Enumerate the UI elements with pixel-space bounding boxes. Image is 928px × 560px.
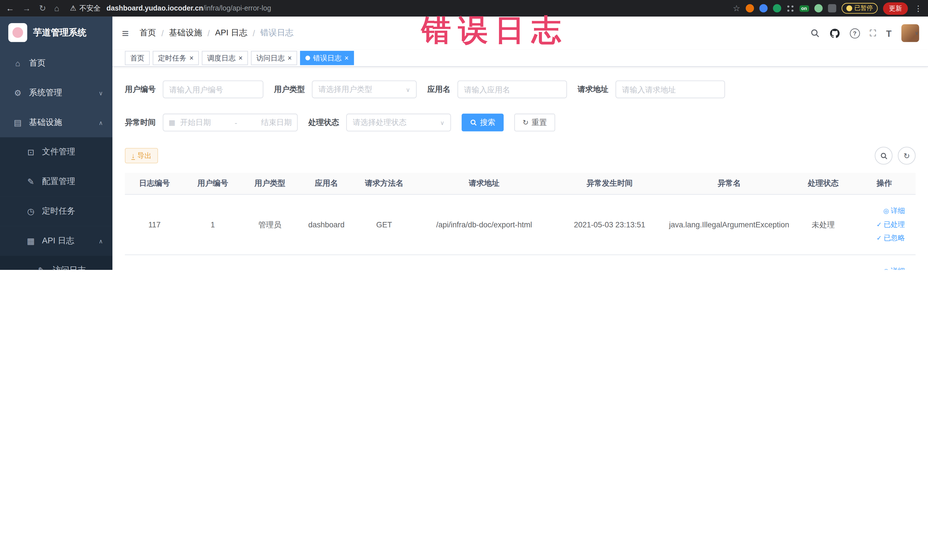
- log-icon: ▦: [25, 236, 37, 246]
- chevron-down-icon: ∨: [914, 30, 919, 36]
- navbar-actions: ? ⛶ T ∨: [810, 24, 919, 42]
- app-logo-row[interactable]: 芋道管理系统: [0, 17, 112, 49]
- filter-request-url: 请求地址: [578, 81, 725, 98]
- search-icon[interactable]: [810, 29, 820, 38]
- process-status-select[interactable]: 请选择处理状态 ∨: [346, 113, 451, 131]
- font-size-icon[interactable]: T: [886, 28, 891, 38]
- cell-user_id: 1: [184, 195, 241, 255]
- sidebar-item-system[interactable]: ⚙系统管理∨: [0, 78, 112, 108]
- fullscreen-icon[interactable]: ⛶: [870, 28, 876, 38]
- tab-label: 错误日志: [313, 53, 342, 63]
- app-name-input[interactable]: [458, 81, 567, 98]
- gear-icon: ⚙: [12, 88, 23, 98]
- breadcrumb-infra[interactable]: 基础设施: [169, 28, 202, 38]
- browser-menu-icon[interactable]: ⋮: [914, 4, 922, 12]
- action-detail-link[interactable]: ◎详细: [883, 267, 905, 270]
- filter-user-type: 用户类型 请选择用户类型 ∨: [274, 81, 417, 98]
- sidebar-item-config[interactable]: ✎配置管理: [0, 167, 112, 197]
- tab-job-log[interactable]: 调度日志×: [202, 51, 248, 65]
- sidebar-item-api-log[interactable]: ▦API 日志∧: [0, 226, 112, 256]
- column-header: 用户编号: [184, 173, 241, 194]
- chevron-up-icon: ∧: [99, 119, 103, 126]
- request-url-label: 请求地址: [578, 84, 609, 95]
- github-icon[interactable]: [830, 28, 839, 38]
- exception-time-label: 异常时间: [125, 117, 156, 128]
- date-range-picker[interactable]: ▦ 开始日期 - 结束日期: [163, 113, 298, 131]
- check-icon: ✓: [876, 235, 882, 242]
- filter-row-1: 用户编号 用户类型 请选择用户类型 ∨ 应用名: [125, 81, 916, 98]
- request-url-input[interactable]: [616, 81, 725, 98]
- user-type-label: 用户类型: [274, 84, 305, 95]
- sidebar-item-label: 系统管理: [29, 88, 62, 98]
- action-ignore-link[interactable]: ✓已忽略: [876, 233, 905, 243]
- extension-leaf-icon[interactable]: [814, 4, 823, 12]
- sidebar-item-file[interactable]: ⊡文件管理: [0, 137, 112, 167]
- extension-on-badge[interactable]: on: [799, 5, 809, 12]
- export-button[interactable]: ↓ 导出: [125, 148, 158, 163]
- sidebar-item-infra[interactable]: ▤基础设施∧: [0, 108, 112, 137]
- reset-button-label: 重置: [531, 117, 547, 128]
- sidebar-item-label: 基础设施: [29, 117, 62, 128]
- filter-process-status: 处理状态 请选择处理状态 ∨: [308, 113, 451, 131]
- main-area: ≡ 首页/基础设施/API 日志/错误日志 ? ⛶ T: [112, 17, 928, 270]
- browser-home-icon[interactable]: ⌂: [54, 3, 60, 13]
- url-host: dashboard.yudao.iocoder.cn: [107, 4, 203, 12]
- user-id-input[interactable]: [163, 81, 264, 98]
- refresh-table-button[interactable]: ↻: [898, 147, 916, 165]
- browser-chrome: ← → ↻ ⌂ ⚠ 不安全 dashboard.yudao.iocoder.cn…: [0, 0, 928, 17]
- user-type-select[interactable]: 请选择用户类型 ∨: [312, 81, 417, 98]
- cell-actions: ◎详细✓已处理✓已忽略: [853, 195, 916, 255]
- action-process-link[interactable]: ✓已处理: [876, 220, 905, 230]
- action-detail-link[interactable]: ◎详细: [883, 206, 905, 216]
- close-icon[interactable]: ×: [238, 55, 243, 62]
- bookmark-star-icon[interactable]: ☆: [733, 3, 740, 13]
- sidebar-item-job[interactable]: ◷定时任务: [0, 197, 112, 226]
- tab-access-log[interactable]: 访问日志×: [251, 51, 297, 65]
- close-icon[interactable]: ×: [345, 55, 349, 62]
- eye-icon: ◎: [883, 268, 889, 270]
- extension-blue-icon[interactable]: [759, 4, 768, 12]
- tab-home[interactable]: 首页: [125, 51, 150, 65]
- close-icon[interactable]: ×: [189, 55, 194, 62]
- extension-dark-icon[interactable]: [827, 4, 836, 12]
- extension-green-icon[interactable]: [773, 4, 781, 12]
- forward-icon[interactable]: →: [23, 3, 31, 13]
- cell-exception: java.lang.IllegalArgumentException: [665, 195, 794, 255]
- extensions-grid-icon[interactable]: [786, 5, 794, 12]
- cell-url: /api/infra/db-doc/export-html: [414, 255, 554, 270]
- sidebar-menu: ⌂首页⚙系统管理∨▤基础设施∧⊡文件管理✎配置管理◷定时任务▦API 日志∧✎访…: [0, 49, 112, 270]
- tab-job[interactable]: 定时任务×: [153, 51, 199, 65]
- tab-error-log[interactable]: 错误日志×: [300, 51, 354, 65]
- column-header: 应用名: [298, 173, 355, 194]
- cell-user_type: 管理员: [241, 195, 298, 255]
- user-menu[interactable]: ∨: [902, 24, 918, 42]
- tab-label: 首页: [130, 53, 144, 63]
- help-icon[interactable]: ?: [850, 28, 860, 38]
- breadcrumb-api-log[interactable]: API 日志: [215, 28, 247, 38]
- question-icon: ?: [850, 28, 860, 38]
- right-toolbar: ↻: [875, 147, 916, 165]
- chevron-down-icon: ∨: [440, 119, 444, 126]
- table-body: 1171管理员dashboardGET/api/infra/db-doc/exp…: [125, 195, 916, 270]
- cell-method: GET: [355, 195, 414, 255]
- address-bar[interactable]: dashboard.yudao.iocoder.cn/infra/log/api…: [107, 4, 271, 12]
- security-chip[interactable]: ⚠ 不安全: [70, 3, 101, 13]
- search-button[interactable]: 搜索: [462, 113, 504, 131]
- sidebar-item-home[interactable]: ⌂首页: [0, 49, 112, 78]
- cell-exception: java.lang.IllegalArgumentException: [665, 255, 794, 270]
- reset-button[interactable]: ↻ 重置: [514, 113, 555, 131]
- column-header: 操作: [853, 173, 916, 194]
- toggle-search-button[interactable]: [875, 147, 892, 165]
- reload-icon[interactable]: ↻: [39, 3, 46, 13]
- paused-badge[interactable]: 已暂停: [841, 3, 878, 14]
- close-icon[interactable]: ×: [288, 55, 292, 62]
- edit-icon: ✎: [25, 177, 37, 186]
- back-icon[interactable]: ←: [6, 3, 14, 13]
- breadcrumb-home[interactable]: 首页: [139, 28, 156, 38]
- extension-orange-icon[interactable]: [745, 4, 754, 12]
- monkey-extension-icon: [846, 5, 852, 11]
- hamburger-icon[interactable]: ≡: [122, 26, 129, 40]
- update-button[interactable]: 更新: [883, 2, 908, 15]
- filter-app-name: 应用名: [427, 81, 567, 98]
- sidebar-item-access-log[interactable]: ✎访问日志: [0, 256, 112, 270]
